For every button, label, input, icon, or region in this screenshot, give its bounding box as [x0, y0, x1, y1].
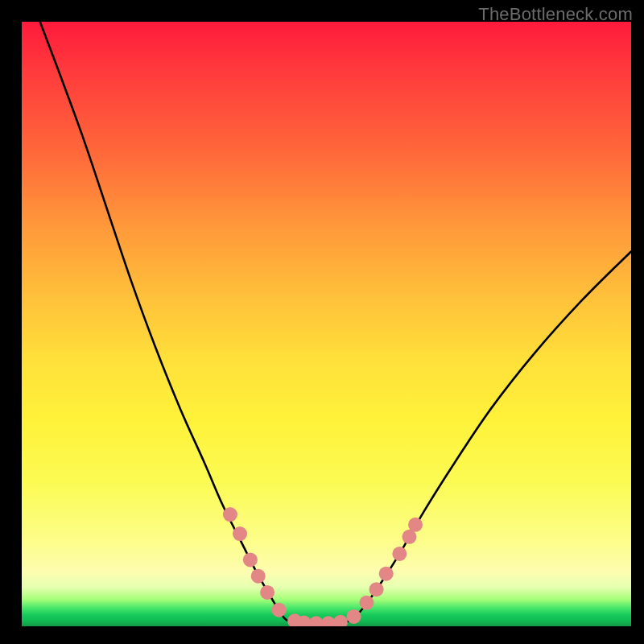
data-point	[408, 518, 423, 532]
data-point	[333, 615, 348, 626]
data-point	[251, 569, 266, 584]
data-point	[233, 526, 247, 541]
data-point	[392, 547, 407, 561]
data-point	[223, 507, 237, 522]
data-point	[271, 603, 286, 617]
data-point	[379, 567, 394, 581]
data-point	[359, 596, 374, 610]
curve-group	[40, 22, 631, 624]
data-point	[347, 609, 361, 624]
data-point	[309, 616, 324, 626]
data-point	[260, 585, 275, 600]
data-point	[243, 552, 258, 567]
bottleneck-curve	[40, 22, 631, 624]
chart-frame: TheBottleneck.com	[0, 0, 644, 644]
plot-area	[22, 22, 631, 626]
watermark-label: TheBottleneck.com	[478, 4, 633, 25]
chart-svg	[22, 22, 631, 626]
data-point	[369, 582, 384, 597]
